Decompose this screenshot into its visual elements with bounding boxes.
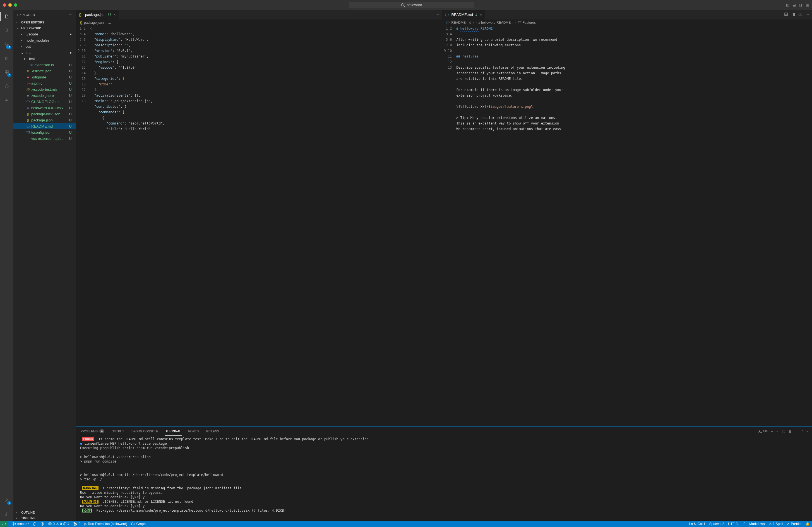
status-cursor[interactable]: Ln 6, Col 1 — [689, 522, 706, 526]
section-timeline[interactable]: ›TIMELINE — [13, 515, 76, 521]
file-item[interactable]: 🡣vsc-extension-quic...U — [13, 136, 76, 142]
nav-forward-button[interactable]: → — [186, 3, 189, 7]
breadcrumb-left[interactable]: {} package.json › ... — [76, 19, 442, 26]
file-item[interactable]: ⊚.eslintrc.jsonU — [13, 68, 76, 74]
tab-label: package.json — [85, 13, 106, 17]
folder-item[interactable]: ›test — [13, 56, 76, 62]
file-item[interactable]: JS.vscode-test.mjsU — [13, 86, 76, 92]
folder-item[interactable]: ›out — [13, 43, 76, 49]
breadcrumb-item[interactable]: # helloword README — [478, 21, 511, 25]
minimize-window-button[interactable] — [9, 3, 12, 7]
status-ports[interactable]: 📡 0 — [73, 522, 81, 526]
panel-tab-output[interactable]: OUTPUT — [111, 427, 125, 436]
status-launch[interactable]: ▷ Run Extension (helloword) — [84, 522, 127, 526]
breadcrumb-item[interactable]: README.md — [451, 21, 471, 25]
tab-package-json[interactable]: {} package.json U × — [76, 10, 119, 19]
scm-badge: 17 — [6, 45, 11, 49]
toggle-primary-sidebar-icon[interactable]: ◧ — [786, 3, 789, 7]
status-gitlens[interactable] — [41, 522, 44, 526]
file-item[interactable]: {}package-lock.jsonU — [13, 111, 76, 117]
panel-tab-debug[interactable]: DEBUG CONSOLE — [131, 427, 159, 436]
tab-readme[interactable]: ⓘ README.md U × — [442, 10, 485, 19]
code-editor-left[interactable]: 1 2 3 4 5 6 7 8 9 10 11 12 13 14 15 16 1… — [76, 26, 442, 426]
code-editor-right[interactable]: 1 2 3 4 5 6 7 8 9 10 11 12 13 # hellowor… — [442, 26, 812, 426]
nav-back-button[interactable]: ← — [177, 3, 180, 7]
file-item[interactable]: TStsconfig.jsonU — [13, 129, 76, 136]
file-item[interactable]: ≡helloword-0.0.1.vsixU — [13, 105, 76, 111]
svg-point-14 — [6, 499, 7, 500]
open-preview-button[interactable]: ◨ — [792, 12, 795, 17]
activity-search[interactable] — [3, 27, 11, 34]
status-branch[interactable]: master* — [12, 522, 29, 526]
status-indent[interactable]: Spaces: 2 — [709, 522, 724, 526]
open-changes-button[interactable] — [784, 12, 788, 17]
tab-close-button[interactable]: × — [114, 13, 116, 17]
maximize-panel-button[interactable]: ^ — [801, 430, 803, 433]
svg-point-17 — [13, 525, 14, 526]
breadcrumb-item[interactable]: ## Features — [518, 21, 536, 25]
status-eol[interactable]: LF — [741, 522, 745, 526]
section-workspace[interactable]: ⌄HELLOWORD — [13, 25, 76, 31]
new-terminal-button[interactable]: + — [771, 430, 773, 433]
command-center[interactable]: helloword — [349, 2, 474, 9]
tab-close-button[interactable]: × — [480, 13, 482, 17]
file-item[interactable]: TSextension.tsU — [13, 62, 76, 68]
status-problems[interactable]: ⓧ 0 ⚠ 0 ⓘ 4 — [48, 522, 69, 526]
activity-docker[interactable] — [3, 96, 11, 104]
section-outline[interactable]: ›OUTLINE — [13, 510, 76, 515]
folder-item[interactable]: ›node_modules — [13, 37, 76, 43]
status-notifications[interactable]: 🔔 — [806, 522, 810, 526]
activity-bar: 17 2 1 — [0, 10, 13, 521]
breadcrumb-item[interactable]: ... — [108, 21, 111, 25]
activity-extensions[interactable]: 2 — [3, 68, 11, 76]
status-remote[interactable] — [0, 521, 9, 527]
maximize-window-button[interactable] — [14, 3, 17, 7]
editor-group-left: {} package.json U × ⋯ {} package.json › … — [76, 10, 442, 426]
status-sync[interactable] — [33, 522, 37, 526]
activity-run-debug[interactable] — [3, 54, 11, 62]
status-encoding[interactable]: UTF-8 — [728, 522, 738, 526]
file-item[interactable]: npm.npmrcU — [13, 80, 76, 86]
panel-tab-gitlens[interactable]: GITLENS — [205, 427, 220, 436]
activity-settings[interactable] — [3, 510, 11, 518]
status-git-graph[interactable]: Git Graph — [131, 522, 146, 526]
toggle-panel-icon[interactable]: ⬓ — [793, 3, 796, 7]
activity-remote[interactable] — [3, 82, 11, 90]
terminal-shell-picker[interactable]: ❯_ zsh — [758, 429, 768, 433]
section-open-editors[interactable]: ›OPEN EDITORS — [13, 19, 76, 25]
kill-terminal-button[interactable]: 🗑 — [788, 430, 792, 433]
file-item[interactable]: ⓘREADME.mdU — [13, 123, 76, 129]
editor-more-button[interactable]: ⋯ — [806, 12, 809, 17]
split-terminal-button[interactable]: ▯▯ — [782, 429, 785, 433]
terminal-output[interactable]: ERROR It seems the README.md still conta… — [76, 436, 812, 521]
file-item[interactable]: ⓘCHANGELOG.mdU — [13, 99, 76, 105]
toggle-secondary-sidebar-icon[interactable]: ◨ — [799, 3, 802, 7]
panel-more-button[interactable]: ⋯ — [795, 429, 798, 433]
panel-tab-ports[interactable]: PORTS — [188, 427, 200, 436]
close-panel-button[interactable]: × — [807, 430, 808, 433]
problems-badge: 4 — [99, 429, 104, 433]
folder-item[interactable]: ›.vscode● — [13, 31, 76, 37]
activity-explorer[interactable] — [3, 13, 11, 20]
panel-tab-terminal[interactable]: TERMINAL — [165, 427, 182, 436]
activity-accounts[interactable]: 1 — [3, 496, 11, 504]
terminal-dropdown-button[interactable]: ⌄ — [776, 429, 779, 433]
acct-badge: 1 — [7, 501, 11, 505]
status-prettier[interactable]: ✓ Prettier — [787, 522, 802, 526]
breadcrumb-right[interactable]: ⓘ README.md ›▫ # helloword README ›▫ ## … — [442, 19, 812, 26]
close-window-button[interactable] — [3, 3, 6, 7]
breadcrumb-item[interactable]: package.json — [84, 21, 104, 25]
svg-point-16 — [13, 523, 14, 524]
split-editor-button[interactable]: ▯▯ — [798, 12, 802, 17]
file-item[interactable]: ◆.gitignoreU — [13, 74, 76, 80]
folder-item[interactable]: ⌄src● — [13, 49, 76, 56]
status-language[interactable]: Markdown — [749, 522, 765, 526]
editor-more-button[interactable]: ⋯ — [436, 13, 439, 17]
customize-layout-icon[interactable]: ▦ — [806, 3, 809, 7]
activity-source-control[interactable]: 17 — [3, 41, 11, 48]
panel-tab-problems[interactable]: PROBLEMS4 — [80, 427, 105, 436]
file-item[interactable]: {}package.jsonU — [13, 117, 76, 123]
file-item[interactable]: ◆.vscodeignoreU — [13, 92, 76, 99]
status-spell[interactable]: ⚠ 1 Spell — [769, 522, 783, 526]
sidebar-more-button[interactable]: ⋯ — [69, 13, 73, 16]
